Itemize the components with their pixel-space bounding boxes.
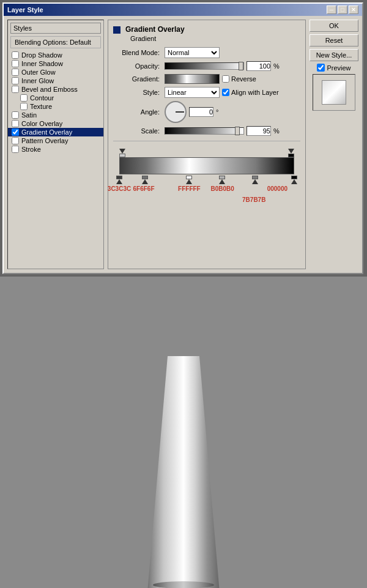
contour-label: Contour — [30, 94, 54, 102]
opacity-label: Opacity: — [113, 62, 162, 70]
style-label: Style: — [113, 89, 162, 96]
blending-options-header[interactable]: Blending Options: Default — [10, 36, 101, 48]
cup-shape — [144, 356, 223, 588]
align-layer-label[interactable]: Align with Layer — [222, 89, 279, 96]
color-overlay-label: Color Overlay — [21, 120, 62, 127]
angle-label: Angle: — [113, 108, 162, 116]
style-select[interactable]: Linear Radial Angle Reflected Diamond — [165, 87, 220, 98]
panel-subtitle: Gradient — [123, 35, 185, 42]
inner-shadow-label: Inner Shadow — [21, 60, 63, 67]
reverse-checkbox[interactable] — [222, 75, 229, 83]
dialog-title: Layer Style — [7, 6, 43, 13]
pattern-overlay-label: Pattern Overlay — [21, 137, 68, 144]
stroke-checkbox[interactable] — [12, 146, 19, 153]
styles-header: Styles — [10, 23, 101, 34]
pattern-overlay-checkbox[interactable] — [12, 137, 19, 144]
color-label-1: 6F6F6F — [133, 185, 155, 192]
gradient-overlay-checkbox[interactable] — [12, 128, 19, 136]
scale-slider[interactable] — [165, 127, 244, 135]
ok-button[interactable]: OK — [310, 20, 358, 32]
scale-thumb[interactable] — [235, 127, 240, 135]
color-label-2: FFFFFF — [178, 185, 201, 192]
style-row: Style: Linear Radial Angle Reflected Dia… — [113, 87, 300, 98]
bevel-emboss-checkbox[interactable] — [12, 86, 19, 93]
opacity-row: Opacity: % — [113, 61, 300, 71]
color-label-4: 7B7B7B — [242, 196, 265, 203]
angle-degree: ° — [216, 108, 218, 116]
sidebar-item-bevel-emboss[interactable]: Bevel and Emboss — [8, 85, 103, 94]
sidebar-item-inner-shadow[interactable]: Inner Shadow — [8, 59, 103, 68]
color-labels: 3C3C3C 6F6F6F FFFFFF B0B0B0 000000 7B7B7… — [119, 185, 294, 210]
sidebar-item-drop-shadow[interactable]: Drop Shadow — [8, 51, 103, 59]
scale-row: Scale: % — [113, 126, 300, 136]
opacity-pct: % — [273, 62, 280, 70]
color-label-3: B0B0B0 — [211, 185, 234, 192]
color-overlay-checkbox[interactable] — [12, 120, 19, 127]
angle-row: Angle: ° — [113, 101, 300, 123]
color-label-0: 3C3C3C — [108, 185, 131, 192]
color-stop-3[interactable] — [219, 176, 225, 184]
reverse-label[interactable]: Reverse — [222, 75, 256, 83]
sidebar-item-stroke[interactable]: Stroke — [8, 145, 103, 154]
preview-box — [313, 74, 355, 111]
outer-glow-checkbox[interactable] — [12, 69, 19, 76]
reset-button[interactable]: Reset — [310, 34, 358, 47]
gradient-overlay-label: Gradient Overlay — [21, 128, 72, 136]
sidebar-item-contour[interactable]: Contour — [8, 94, 103, 102]
align-layer-checkbox[interactable] — [222, 89, 229, 96]
opacity-slider[interactable] — [165, 62, 244, 70]
color-stop-2[interactable] — [186, 176, 192, 184]
right-buttons-panel: OK Reset New Style... Preview — [310, 20, 358, 269]
color-stop-4[interactable] — [252, 176, 258, 184]
title-bar-buttons: ─ □ ✕ — [327, 6, 358, 14]
texture-checkbox[interactable] — [20, 103, 28, 110]
drop-shadow-label: Drop Shadow — [21, 51, 62, 59]
cup-bottom — [153, 581, 214, 588]
sidebar-item-outer-glow[interactable]: Outer Glow — [8, 68, 103, 76]
angle-wheel[interactable] — [165, 101, 187, 123]
title-bar: Layer Style ─ □ ✕ — [4, 4, 362, 16]
outer-glow-label: Outer Glow — [21, 69, 56, 76]
scale-label: Scale: — [113, 127, 162, 135]
minimize-button[interactable]: ─ — [327, 6, 336, 14]
angle-input[interactable] — [189, 107, 213, 117]
inner-shadow-checkbox[interactable] — [12, 60, 19, 67]
opacity-stop-right[interactable] — [288, 149, 294, 157]
gradient-label: Gradient: — [113, 75, 162, 83]
sidebar-item-pattern-overlay[interactable]: Pattern Overlay — [8, 136, 103, 145]
opacity-thumb[interactable] — [239, 62, 243, 70]
sidebar-item-gradient-overlay[interactable]: Gradient Overlay — [8, 128, 103, 136]
layer-style-dialog: Layer Style ─ □ ✕ Styles Blending Option… — [2, 2, 363, 274]
color-stop-1[interactable] — [142, 176, 148, 184]
sidebar-item-inner-glow[interactable]: Inner Glow — [8, 76, 103, 85]
new-style-button[interactable]: New Style... — [310, 49, 358, 61]
blend-mode-select[interactable]: Normal Multiply Screen Overlay — [165, 47, 220, 58]
sidebar-item-texture[interactable]: Texture — [8, 102, 103, 111]
maximize-button[interactable]: □ — [338, 6, 347, 14]
preview-inner — [322, 80, 346, 105]
color-stop-5[interactable] — [291, 176, 297, 184]
satin-label: Satin — [21, 111, 37, 119]
scale-pct: % — [273, 127, 280, 135]
drop-shadow-checkbox[interactable] — [12, 51, 19, 59]
panel-icon — [113, 26, 120, 34]
gradient-swatch[interactable] — [165, 74, 220, 84]
stroke-label: Stroke — [21, 146, 41, 153]
contour-checkbox[interactable] — [20, 94, 28, 102]
sidebar-item-color-overlay[interactable]: Color Overlay — [8, 119, 103, 128]
opacity-stop-left[interactable] — [119, 149, 125, 157]
inner-glow-checkbox[interactable] — [12, 77, 19, 84]
close-button[interactable]: ✕ — [349, 6, 358, 14]
color-stop-0[interactable] — [116, 176, 122, 184]
preview-text: Preview — [327, 64, 350, 72]
canvas-area — [0, 277, 367, 588]
satin-checkbox[interactable] — [12, 111, 19, 119]
opacity-input[interactable] — [247, 61, 271, 71]
sidebar-item-satin[interactable]: Satin — [8, 111, 103, 119]
preview-checkbox-label[interactable]: Preview — [310, 64, 358, 72]
gradient-bar[interactable] — [119, 157, 294, 174]
gradient-editor: 3C3C3C 6F6F6F FFFFFF B0B0B0 000000 7B7B7… — [113, 141, 300, 210]
content-area: Gradient Overlay Gradient Blend Mode: No… — [108, 20, 306, 269]
scale-input[interactable] — [247, 126, 271, 136]
preview-checkbox[interactable] — [317, 64, 325, 72]
